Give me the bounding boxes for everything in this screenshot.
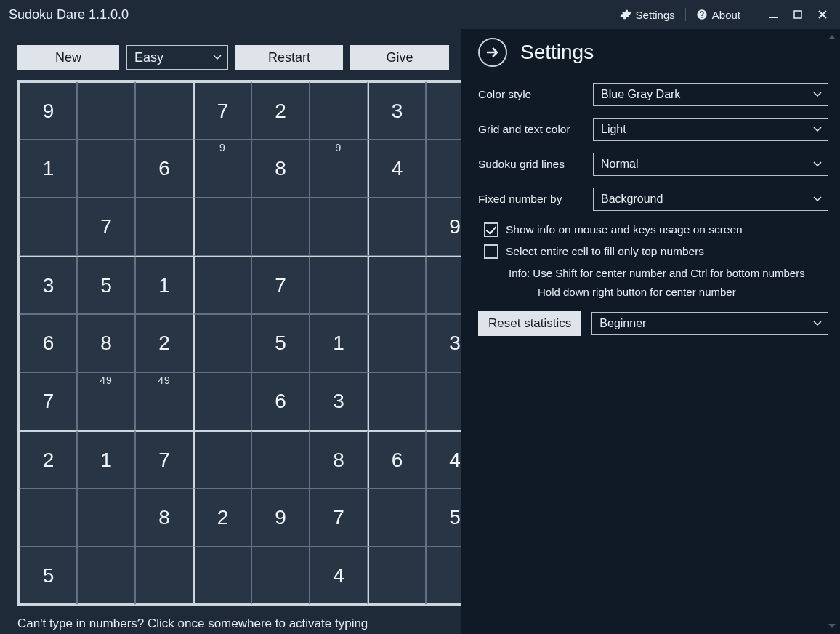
- sudoku-cell[interactable]: 2: [193, 489, 251, 547]
- sudoku-cell[interactable]: 49: [135, 372, 193, 430]
- cell-value: 8: [158, 506, 170, 529]
- settings-menu-button[interactable]: Settings: [620, 9, 675, 21]
- sudoku-cell[interactable]: [368, 256, 426, 314]
- sudoku-cell[interactable]: 3: [310, 372, 368, 430]
- scroll-down-icon: [828, 624, 836, 628]
- sudoku-cell[interactable]: [310, 198, 368, 256]
- sudoku-cell[interactable]: 9: [310, 140, 368, 198]
- sudoku-cell[interactable]: 5: [77, 256, 135, 314]
- sudoku-cell[interactable]: 5: [19, 547, 77, 605]
- sudoku-cell[interactable]: [368, 489, 426, 547]
- svg-rect-0: [769, 17, 778, 18]
- sudoku-cell[interactable]: [193, 198, 251, 256]
- sudoku-cell[interactable]: 7: [193, 81, 251, 140]
- sudoku-cell[interactable]: [193, 547, 251, 605]
- sudoku-cell[interactable]: [251, 547, 310, 605]
- close-button[interactable]: [814, 6, 831, 23]
- give-button[interactable]: Give: [350, 45, 449, 70]
- color-style-label: Color style: [478, 88, 593, 101]
- difficulty-select[interactable]: Easy: [126, 45, 228, 70]
- grid-text-label: Grid and text color: [478, 123, 593, 136]
- sudoku-cell[interactable]: 7: [135, 430, 193, 489]
- sudoku-cell[interactable]: [77, 547, 135, 605]
- sudoku-cell[interactable]: 2: [19, 430, 77, 489]
- sudoku-cell[interactable]: [251, 430, 310, 489]
- sudoku-cell[interactable]: [310, 81, 368, 140]
- fixed-number-select[interactable]: Background: [593, 188, 828, 211]
- sudoku-cell[interactable]: [368, 372, 426, 430]
- sudoku-cell[interactable]: [193, 372, 251, 430]
- grid-lines-select[interactable]: Normal: [593, 153, 828, 176]
- about-menu-button[interactable]: About: [696, 9, 740, 21]
- sudoku-cell[interactable]: 9: [251, 489, 310, 547]
- sudoku-cell[interactable]: [19, 489, 77, 547]
- sudoku-cell[interactable]: [193, 314, 251, 372]
- sudoku-cell[interactable]: [19, 198, 77, 256]
- sudoku-cell[interactable]: 8: [251, 140, 310, 198]
- sudoku-cell[interactable]: 1: [310, 314, 368, 372]
- sudoku-cell[interactable]: 3: [19, 256, 77, 314]
- sudoku-cell[interactable]: [251, 198, 310, 256]
- sudoku-cell[interactable]: 2: [135, 314, 193, 372]
- scroll-up-icon: [828, 35, 836, 39]
- sudoku-cell[interactable]: [193, 430, 251, 489]
- sudoku-cell[interactable]: 9: [193, 140, 251, 198]
- sudoku-cell[interactable]: [77, 81, 135, 140]
- sudoku-cell[interactable]: 1: [135, 256, 193, 314]
- sudoku-cell[interactable]: 2: [251, 81, 310, 140]
- cell-value: 6: [275, 390, 286, 413]
- minimize-button[interactable]: [764, 6, 782, 23]
- cell-value: 3: [449, 332, 461, 355]
- reset-statistics-button[interactable]: Reset statistics: [478, 311, 581, 336]
- sudoku-cell[interactable]: 1: [19, 140, 77, 198]
- show-info-checkbox[interactable]: [484, 222, 498, 237]
- sudoku-cell[interactable]: 8: [135, 489, 193, 547]
- sudoku-cell[interactable]: 7: [77, 198, 135, 256]
- reset-level-select[interactable]: Beginner: [591, 312, 828, 335]
- sudoku-cell[interactable]: 6: [251, 372, 310, 430]
- color-style-select[interactable]: Blue Gray Dark: [593, 83, 828, 106]
- sudoku-cell[interactable]: [135, 547, 193, 605]
- sudoku-cell[interactable]: 7: [251, 256, 310, 314]
- sudoku-cell[interactable]: [193, 256, 251, 314]
- sudoku-cell[interactable]: 4: [310, 547, 368, 605]
- sudoku-cell[interactable]: 7: [310, 489, 368, 547]
- cell-value: 8: [100, 332, 112, 355]
- sudoku-cell[interactable]: 49: [77, 372, 135, 430]
- sudoku-cell[interactable]: [77, 489, 135, 547]
- cell-value: 5: [100, 274, 112, 297]
- sudoku-cell[interactable]: 7: [19, 372, 77, 430]
- close-panel-button[interactable]: [478, 38, 507, 67]
- sudoku-cell[interactable]: 8: [310, 430, 368, 489]
- maximize-button[interactable]: [789, 6, 807, 23]
- fixed-number-value: Background: [601, 193, 663, 206]
- sudoku-cell[interactable]: [77, 140, 135, 198]
- sudoku-cell[interactable]: 6: [368, 430, 426, 489]
- sudoku-cell[interactable]: 1: [77, 430, 135, 489]
- chevron-down-icon: [813, 196, 822, 202]
- restart-button[interactable]: Restart: [235, 45, 343, 70]
- sudoku-cell[interactable]: [368, 314, 426, 372]
- sudoku-cell[interactable]: 5: [251, 314, 310, 372]
- sudoku-cell[interactable]: [135, 198, 193, 256]
- new-button[interactable]: New: [17, 45, 119, 70]
- chevron-down-icon: [813, 161, 822, 167]
- sudoku-cell[interactable]: [368, 198, 426, 256]
- game-toolbar: New Easy Restart Give: [17, 29, 461, 80]
- panel-scrollbar[interactable]: [825, 29, 839, 634]
- grid-text-select[interactable]: Light: [593, 118, 828, 141]
- sudoku-cell[interactable]: 4: [368, 140, 426, 198]
- sudoku-cell[interactable]: [135, 81, 193, 140]
- sudoku-cell[interactable]: 6: [19, 314, 77, 372]
- sudoku-cell[interactable]: [368, 547, 426, 605]
- select-entire-label: Select entire cell to fill only top numb…: [506, 244, 704, 259]
- sudoku-cell[interactable]: 9: [19, 81, 77, 140]
- sudoku-cell[interactable]: 6: [135, 140, 193, 198]
- select-entire-checkbox[interactable]: [484, 244, 498, 259]
- sudoku-cell[interactable]: 8: [77, 314, 135, 372]
- cell-value: 5: [275, 332, 286, 355]
- sudoku-cell[interactable]: [310, 256, 368, 314]
- titlebar-separator-2: [751, 8, 751, 21]
- sudoku-cell[interactable]: 3: [368, 81, 426, 140]
- grid-text-value: Light: [601, 123, 626, 136]
